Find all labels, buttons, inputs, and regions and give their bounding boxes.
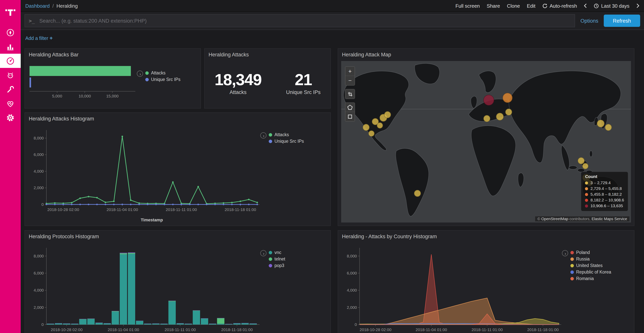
t-mobile-logo[interactable]: [0, 0, 21, 22]
full-screen-button[interactable]: Full screen: [456, 3, 480, 9]
svg-text:2018-11-18 01:00: 2018-11-18 01:00: [221, 327, 252, 332]
attack-location-marker[interactable]: [502, 93, 512, 103]
svg-text:0: 0: [354, 322, 357, 327]
auto-refresh-button[interactable]: Auto-refresh: [542, 3, 577, 9]
sidebar-item-discover[interactable]: [0, 25, 21, 40]
map-legend-row: 2,729.4 – 5,455.8: [585, 186, 624, 191]
svg-text:2018-11-11 01:00: 2018-11-11 01:00: [165, 327, 196, 332]
legend-item-unique-src-ips[interactable]: Unique Src IPs: [145, 77, 180, 82]
legend-dot-icon: [585, 193, 588, 196]
sidebar-item-dashboard[interactable]: [0, 54, 21, 68]
sidebar-nav: [0, 22, 21, 125]
terminal-prompt-icon: >_: [25, 18, 38, 24]
draw-rectangle-button[interactable]: [346, 112, 354, 121]
panel-title: Heralding Protocols Histogram: [25, 231, 330, 241]
world-map[interactable]: + −: [341, 61, 631, 222]
attack-location-marker[interactable]: [582, 163, 588, 169]
elastic-maps-link[interactable]: Elastic Maps Service: [592, 217, 627, 221]
legend-dot-icon: [585, 204, 588, 207]
time-back-button[interactable]: [584, 4, 587, 8]
legend-item-romania[interactable]: Romania: [570, 276, 611, 281]
panel-attacks-bar: Heralding Attacks Bar 5,00010,00015,000 …: [24, 48, 201, 109]
attacks-histogram-chart[interactable]: 02,0004,0006,0008,0002018-10-28 02:00201…: [26, 123, 260, 225]
svg-text:2018-10-28 02:00: 2018-10-28 02:00: [51, 327, 82, 332]
legend-toggle-icon[interactable]: ›: [260, 250, 266, 256]
options-link[interactable]: Options: [580, 18, 598, 24]
svg-text:4,000: 4,000: [34, 169, 44, 173]
metric-value: 21: [286, 71, 320, 89]
sidebar-item-dev-tools[interactable]: [0, 82, 21, 96]
openstreetmap-link[interactable]: OpenStreetMap: [541, 217, 568, 221]
svg-text:2,000: 2,000: [347, 305, 357, 309]
svg-text:8,000: 8,000: [34, 136, 44, 140]
svg-text:2018-10-28 02:00: 2018-10-28 02:00: [47, 207, 79, 212]
topbar-actions: Full screen Share Clone Edit Auto-refres…: [456, 3, 640, 9]
legend-item-vnc[interactable]: vnc: [269, 250, 285, 255]
attack-location-marker[interactable]: [505, 108, 512, 115]
metric-label: Attacks: [214, 89, 262, 95]
panel-attacks-histogram: Heralding Attacks Histogram 02,0004,0006…: [24, 112, 331, 226]
svg-text:2018-11-04 01:00: 2018-11-04 01:00: [108, 327, 139, 332]
svg-text:5,000: 5,000: [52, 94, 62, 98]
gauge-icon: [6, 57, 14, 65]
add-filter-link[interactable]: Add a filter +: [25, 35, 53, 41]
chart-legend: AttacksUnique Src IPs: [269, 132, 304, 143]
legend-item-unique-src-ips[interactable]: Unique Src IPs: [269, 139, 304, 143]
attack-location-marker[interactable]: [578, 157, 584, 164]
panel-title: Heralding - Attacks by Country Histogram: [338, 231, 634, 241]
attack-location-marker[interactable]: [605, 124, 612, 131]
search-box[interactable]: >_: [24, 14, 575, 27]
attack-location-marker[interactable]: [414, 190, 421, 197]
legend-item-telnet[interactable]: telnet: [269, 257, 285, 261]
map-legend-row: 8,182.2 – 10,908.6: [585, 197, 624, 203]
legend-dot-icon: [269, 257, 272, 261]
fit-bounds-button[interactable]: [346, 89, 354, 99]
legend-item-republic-of-korea[interactable]: Republic of Korea: [570, 270, 611, 274]
breadcrumb-dashboard-link[interactable]: Dashboard: [25, 3, 50, 9]
attack-location-marker[interactable]: [376, 123, 383, 129]
legend-item-poland[interactable]: Poland: [570, 250, 611, 255]
refresh-button[interactable]: Refresh: [604, 15, 640, 27]
attack-location-marker[interactable]: [484, 95, 494, 106]
attack-location-marker[interactable]: [363, 124, 370, 131]
attack-location-marker[interactable]: [368, 131, 375, 137]
legend-toggle-icon[interactable]: ›: [562, 250, 568, 256]
legend-item-united-states[interactable]: United States: [570, 263, 611, 268]
legend-dot-icon: [570, 277, 574, 280]
legend-item-attacks[interactable]: Attacks: [145, 71, 180, 75]
edit-button[interactable]: Edit: [527, 3, 536, 9]
svg-text:2,000: 2,000: [34, 185, 44, 190]
metric-attacks: 18,349 Attacks: [214, 71, 262, 95]
time-forward-button[interactable]: [636, 4, 640, 8]
legend-toggle-icon[interactable]: ›: [137, 71, 143, 77]
metric-unique-src-ips: 21 Unique Src IPs: [286, 71, 320, 95]
svg-text:8,000: 8,000: [34, 254, 44, 258]
legend-item-pop3[interactable]: pop3: [269, 263, 285, 268]
search-input[interactable]: [38, 18, 574, 24]
share-button[interactable]: Share: [487, 3, 500, 9]
time-range-picker[interactable]: Last 30 days: [594, 3, 630, 9]
draw-polygon-button[interactable]: [346, 103, 354, 112]
protocols-histogram-chart[interactable]: 02,0004,0006,0008,0002018-10-28 02:00201…: [26, 241, 260, 333]
svg-text:2018-11-04 01:00: 2018-11-04 01:00: [106, 207, 138, 212]
rectangle-icon: [347, 114, 353, 119]
zoom-in-button[interactable]: +: [346, 67, 354, 76]
country-histogram-chart[interactable]: 02,0004,0006,0008,0002018-10-28 02:00201…: [340, 241, 562, 333]
attack-location-marker[interactable]: [483, 115, 490, 122]
sidebar-item-timelion[interactable]: [0, 68, 21, 82]
legend-item-attacks[interactable]: Attacks: [269, 132, 304, 137]
attack-location-marker[interactable]: [384, 111, 391, 118]
attack-location-marker[interactable]: [496, 113, 504, 120]
sidebar-item-monitoring[interactable]: [0, 96, 21, 111]
legend-item-russia[interactable]: Russia: [570, 257, 611, 261]
sidebar-item-management[interactable]: [0, 111, 21, 125]
sidebar-item-visualize[interactable]: [0, 40, 21, 54]
zoom-out-button[interactable]: −: [346, 76, 354, 85]
svg-text:Timestamp: Timestamp: [141, 217, 163, 222]
main-area: Dashboard / Heralding Full screen Share …: [21, 0, 644, 333]
legend-toggle-icon[interactable]: ›: [260, 132, 266, 139]
svg-text:2,000: 2,000: [34, 305, 44, 309]
attacks-bar-chart[interactable]: 5,00010,00015,000: [26, 59, 137, 106]
clone-button[interactable]: Clone: [507, 3, 520, 9]
attack-location-marker[interactable]: [597, 120, 605, 128]
